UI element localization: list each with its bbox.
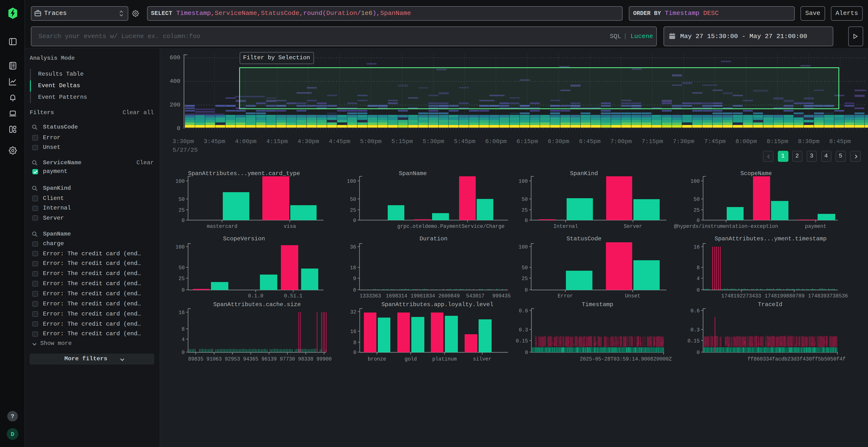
svg-text:4: 4 [182,337,185,342]
svg-text:50: 50 [350,197,356,202]
svg-text:16: 16 [179,310,185,315]
svg-text:StatusCode: StatusCode [566,236,601,242]
svg-text:Unset: Unset [625,293,641,299]
svg-text:Duration: Duration [420,236,447,242]
svg-text:0: 0 [525,218,528,224]
svg-text:100: 100 [176,178,185,184]
svg-text:ScopeVersion: ScopeVersion [223,236,265,242]
svg-text:1333363: 1333363 [360,293,381,299]
svg-text:16: 16 [694,244,700,250]
svg-text:25: 25 [522,276,528,281]
svg-text:ff860334facdb23d3f430ff5b5050f: ff860334facdb23d3f430ff5b5050f4f [747,356,845,362]
svg-text:25: 25 [522,207,528,213]
svg-text:0: 0 [696,218,700,224]
svg-text:0: 0 [182,287,185,293]
svg-text:0.6: 0.6 [519,308,528,314]
svg-text:91063: 91063 [207,356,222,362]
svg-text:4: 4 [696,276,700,281]
svg-text:0: 0 [353,350,356,355]
svg-text:50: 50 [179,197,185,202]
svg-text:platinum: platinum [432,356,457,362]
svg-text:100: 100 [176,244,185,250]
svg-text:8: 8 [696,265,700,271]
svg-text:100: 100 [519,178,528,184]
svg-text:silver: silver [473,356,491,362]
svg-text:0: 0 [525,350,528,355]
svg-text:0: 0 [182,218,185,224]
svg-text:100: 100 [347,178,356,184]
svg-text:92953: 92953 [225,356,240,362]
svg-text:visa: visa [284,224,296,229]
svg-text:Timestamp: Timestamp [582,301,613,308]
svg-text:50: 50 [694,197,700,202]
svg-text:SpanKind: SpanKind [570,170,598,177]
svg-text:100: 100 [690,178,700,184]
svg-text:@hyperdx/instrumentation-excep: @hyperdx/instrumentation-exception [674,224,778,229]
svg-text:Error: Error [558,293,573,299]
svg-text:94365: 94365 [243,356,258,362]
svg-text:Internal: Internal [553,224,578,229]
svg-text:19961834: 19961834 [411,293,435,299]
svg-text:25: 25 [694,207,700,213]
svg-text:89835: 89835 [188,356,204,362]
svg-text:100: 100 [519,244,528,250]
svg-text:SpanAttributes.cache.size: SpanAttributes.cache.size [213,301,301,308]
svg-text:2025-05-28T03:59:14.900820000Z: 2025-05-28T03:59:14.900820000Z [580,356,672,362]
svg-text:36: 36 [350,244,356,250]
svg-text:2600849: 2600849 [438,293,460,299]
svg-text:0: 0 [525,287,528,293]
svg-text:25: 25 [179,207,185,213]
svg-text:mastercard: mastercard [207,224,237,229]
svg-text:SpanName: SpanName [399,170,427,177]
svg-text:0.3: 0.3 [519,327,528,333]
svg-text:96139: 96139 [261,356,277,362]
svg-text:98338: 98338 [298,356,313,362]
svg-text:0.3: 0.3 [690,327,700,333]
svg-text:bronze: bronze [368,356,386,362]
svg-text:0.15: 0.15 [516,338,528,344]
svg-text:97730: 97730 [280,356,295,362]
svg-text:25: 25 [350,207,356,213]
svg-text:payment: payment [805,224,826,229]
svg-text:50: 50 [522,265,528,271]
svg-text:8: 8 [182,326,185,332]
svg-text:1748199880789: 1748199880789 [765,293,804,299]
svg-text:543017: 543017 [466,293,485,299]
svg-text:Server: Server [624,224,642,229]
svg-text:16: 16 [350,329,356,335]
svg-text:50: 50 [179,265,185,271]
svg-text:TraceId: TraceId [758,301,782,308]
svg-text:0.1.0: 0.1.0 [248,293,264,299]
svg-text:99900: 99900 [316,356,332,362]
svg-text:0.51.1: 0.51.1 [284,293,302,299]
svg-text:8: 8 [353,340,356,346]
svg-text:18: 18 [350,265,356,271]
svg-text:grpc.oteldemo.PaymentService/C: grpc.oteldemo.PaymentService/Charge [397,224,504,229]
svg-text:0: 0 [696,287,700,293]
svg-text:SpanAttributes...yment.timesta: SpanAttributes...yment.timestamp [715,236,827,242]
svg-text:0: 0 [353,218,356,224]
svg-text:32: 32 [350,309,356,315]
svg-text:9: 9 [353,276,356,281]
svg-text:999435: 999435 [492,293,511,299]
svg-text:SpanAttributes.app.loyalty.lev: SpanAttributes.app.loyalty.level [381,301,493,308]
svg-text:50: 50 [522,197,528,202]
svg-text:1698314: 1698314 [386,293,407,299]
svg-text:0.6: 0.6 [690,308,700,314]
svg-text:1748192273433: 1748192273433 [721,293,761,299]
svg-text:0: 0 [696,350,700,355]
svg-text:0.15: 0.15 [687,338,700,344]
svg-text:ScopeName: ScopeName [740,170,772,177]
svg-text:gold: gold [405,356,417,362]
svg-text:0: 0 [353,287,356,293]
svg-text:SpanAttributes...yment.card_ty: SpanAttributes...yment.card_type [188,170,300,177]
svg-text:25: 25 [179,276,185,281]
svg-text:1748393738536: 1748393738536 [808,293,848,299]
svg-text:0: 0 [182,350,185,355]
